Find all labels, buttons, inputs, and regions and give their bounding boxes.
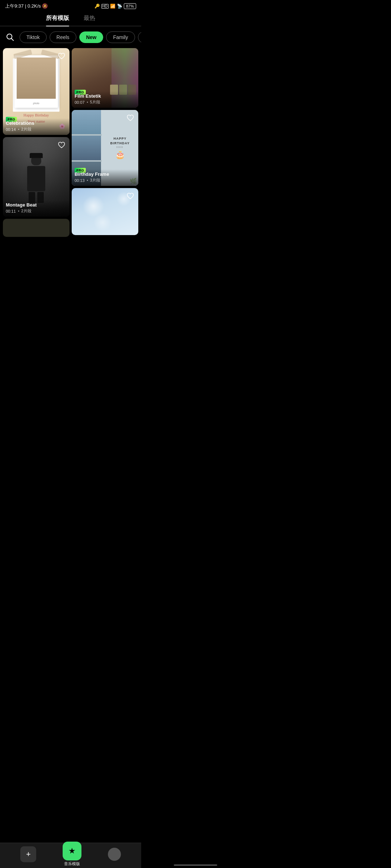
card-partial-left[interactable] <box>3 219 70 237</box>
battery-icon: 87% <box>124 3 136 9</box>
tab-hot[interactable]: 最热 <box>84 14 95 26</box>
card-info-film: Film Estetik 00:07 5片段 <box>72 91 138 108</box>
card-montage-beat[interactable]: Montage Beat 00:11 2片段 <box>3 137 70 217</box>
wifi-icon: 📡 <box>117 4 122 9</box>
left-column: photo Happy BirthdayYour name 🌸 PRO Ce <box>3 48 70 237</box>
card-meta-birthday: 00:13 3片段 <box>75 178 135 183</box>
card-birthday-frame[interactable]: HAPPY BIRTHDAY iiiii 🎂 🌿 PRO Birthday Fr… <box>72 110 138 186</box>
hd-badge: HD <box>101 4 109 9</box>
heart-sky[interactable] <box>125 191 135 201</box>
birthday-dots: iiiii <box>117 145 123 149</box>
filter-reels[interactable]: Reels <box>50 31 76 43</box>
card-sky-template[interactable] <box>72 188 138 235</box>
card-film-estetik[interactable]: PRO Film Estetik 00:07 5片段 <box>72 48 138 108</box>
right-column: PRO Film Estetik 00:07 5片段 <box>72 48 138 237</box>
svg-line-1 <box>12 39 14 41</box>
filter-new[interactable]: New <box>79 31 104 43</box>
heart-montage[interactable] <box>56 140 67 150</box>
filter-tiktok[interactable]: Tiktok <box>20 31 47 43</box>
birthday-cake-icon: 🎂 <box>115 150 125 159</box>
template-grid: photo Happy BirthdayYour name 🌸 PRO Ce <box>0 48 141 266</box>
card-meta-film: 00:07 5片段 <box>75 99 135 105</box>
card-title-birthday: Birthday Frame <box>75 171 135 177</box>
heart-celebrations[interactable] <box>56 51 67 61</box>
card-title-film: Film Estetik <box>75 93 135 99</box>
card-meta-montage: 00:11 2片段 <box>6 208 67 214</box>
card-info-celebrations: Celebrations 00:14 2片段 <box>3 118 70 135</box>
status-time: 上午9:37 | 0.2K/s 🔕 <box>5 3 48 9</box>
heart-birthday[interactable] <box>125 113 135 123</box>
card-title-montage: Montage Beat <box>6 202 67 208</box>
card-info-birthday: Birthday Frame 00:13 3片段 <box>72 169 138 186</box>
card-meta-celebrations: 00:14 2片段 <box>6 127 67 132</box>
tab-all-templates[interactable]: 所有模版 <box>46 14 69 26</box>
card-info-montage: Montage Beat 00:11 2片段 <box>3 200 70 217</box>
card-celebrations[interactable]: photo Happy BirthdayYour name 🌸 PRO Ce <box>3 48 70 135</box>
filter-lyrics[interactable]: Lyrics <box>138 31 141 43</box>
filter-family[interactable]: Family <box>106 31 135 43</box>
tab-bar: 所有模版 最热 <box>0 11 141 26</box>
status-bar: 上午9:37 | 0.2K/s 🔕 🔑 HD 📶 📡 87% <box>0 0 141 11</box>
birthday-happy-text: HAPPY <box>113 136 126 141</box>
status-icons: 🔑 HD 📶 📡 87% <box>94 3 136 9</box>
birthday-birthday-text: BIRTHDAY <box>110 141 130 146</box>
key-icon: 🔑 <box>94 4 100 9</box>
card-title-celebrations: Celebrations <box>6 120 67 126</box>
search-button[interactable] <box>4 31 17 44</box>
filter-row: Tiktok Reels New Family Lyrics <box>0 26 141 48</box>
signal-icon: 📶 <box>110 4 115 9</box>
